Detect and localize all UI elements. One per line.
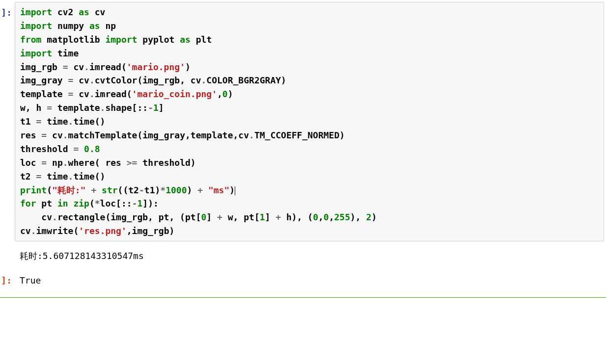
cell-divider <box>0 297 606 298</box>
stdout-output-area: 耗时:5.607128143310547ms <box>15 246 606 266</box>
code-input-area[interactable]: import cv2 as cv import numpy as np from… <box>15 2 604 241</box>
stdout-prompt-spacer <box>0 246 15 250</box>
output-prompt: ]: <box>0 273 15 287</box>
input-cell: ]: import cv2 as cv import numpy as np f… <box>0 2 606 241</box>
output-cell: ]: True <box>0 273 606 290</box>
code-content[interactable]: import cv2 as cv import numpy as np from… <box>20 5 599 238</box>
stdout-text: 耗时:5.607128143310547ms <box>20 249 601 263</box>
text-cursor <box>235 186 235 195</box>
input-prompt: ]: <box>0 2 15 20</box>
result-output-area: True <box>15 273 606 290</box>
stdout-cell: 耗时:5.607128143310547ms <box>0 246 606 266</box>
result-text: True <box>20 274 601 287</box>
